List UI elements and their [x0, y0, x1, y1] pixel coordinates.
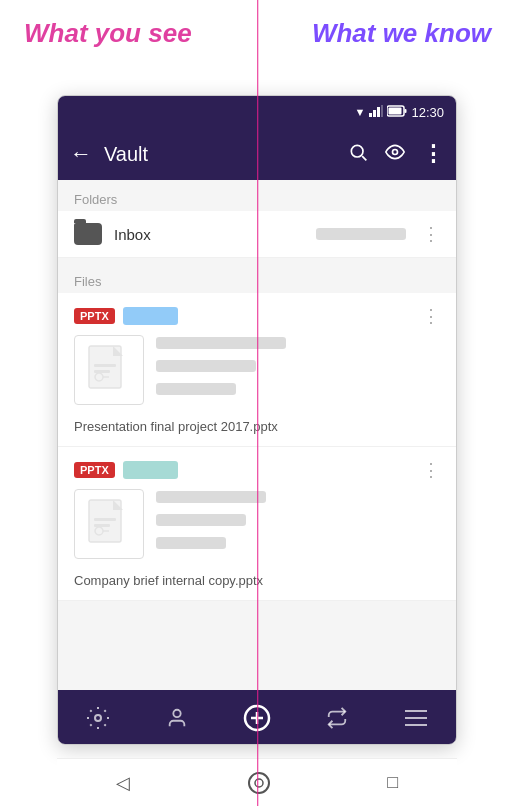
svg-rect-0	[369, 113, 372, 117]
divider-line	[257, 0, 259, 806]
eye-icon[interactable]	[384, 142, 406, 167]
svg-rect-2	[377, 107, 380, 117]
svg-rect-5	[389, 108, 402, 115]
app-bar-actions: ⋮	[348, 141, 444, 167]
android-recent-btn[interactable]: □	[387, 772, 398, 793]
redacted-text-1	[316, 228, 406, 240]
file-2-preview	[74, 489, 144, 559]
signal-icon	[369, 103, 383, 121]
nav-settings[interactable]	[58, 690, 138, 745]
android-home-btn[interactable]	[248, 772, 270, 794]
pptx-badge-1: PPTX	[74, 308, 115, 324]
back-button[interactable]: ←	[70, 141, 92, 167]
nav-profile[interactable]	[138, 690, 218, 745]
search-icon[interactable]	[348, 142, 368, 167]
folder-more-icon[interactable]: ⋮	[422, 223, 440, 245]
wifi-icon: ▼	[355, 106, 366, 118]
file-1-more-icon[interactable]: ⋮	[422, 305, 440, 327]
folder-icon	[74, 223, 102, 245]
redacted-green-1	[123, 461, 178, 479]
left-heading: What you see	[24, 18, 192, 49]
svg-point-19	[174, 710, 181, 717]
redacted-text-file1-1	[156, 337, 286, 349]
right-heading: What we know	[312, 18, 491, 49]
svg-point-7	[351, 145, 363, 157]
svg-rect-6	[405, 109, 407, 113]
status-icons: ▼ 12:30	[355, 103, 444, 121]
pptx-badge-2: PPTX	[74, 462, 115, 478]
redacted-text-file2-1	[156, 491, 266, 503]
svg-rect-11	[94, 364, 116, 367]
svg-rect-15	[94, 518, 116, 521]
file-1-preview	[74, 335, 144, 405]
svg-line-8	[362, 156, 366, 160]
android-back-btn[interactable]: ◁	[116, 772, 130, 794]
battery-icon	[387, 103, 407, 121]
redacted-text-file2-3	[156, 537, 226, 549]
nav-menu[interactable]	[376, 690, 456, 745]
redacted-blue-1	[123, 307, 178, 325]
svg-point-18	[95, 715, 101, 721]
svg-rect-3	[381, 105, 383, 117]
app-title: Vault	[104, 143, 340, 166]
svg-rect-12	[94, 370, 110, 373]
nav-transfer[interactable]	[297, 690, 377, 745]
redacted-text-file1-2	[156, 360, 256, 372]
more-icon[interactable]: ⋮	[422, 141, 444, 167]
svg-point-9	[393, 149, 398, 154]
svg-rect-1	[373, 110, 376, 117]
svg-rect-16	[94, 524, 110, 527]
redacted-text-file2-2	[156, 514, 246, 526]
status-time: 12:30	[411, 105, 444, 120]
file-2-more-icon[interactable]: ⋮	[422, 459, 440, 481]
redacted-text-file1-3	[156, 383, 236, 395]
folder-name: Inbox	[114, 226, 304, 243]
svg-point-26	[255, 779, 263, 787]
